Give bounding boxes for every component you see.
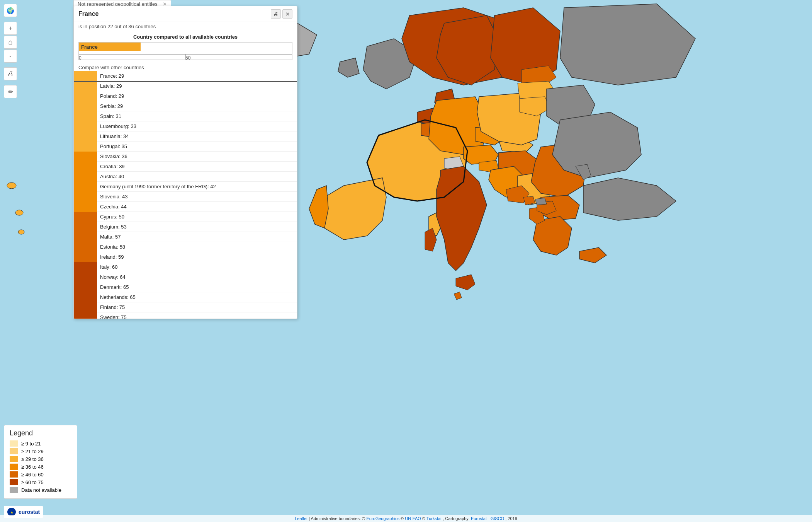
zoom-in-button[interactable]: +: [4, 22, 17, 35]
country-list-item[interactable]: Slovenia: 43: [74, 192, 297, 202]
bar-chart-wrapper: France 0 50: [78, 42, 292, 60]
leaflet-link[interactable]: Leaflet: [295, 516, 307, 521]
country-color-swatch: [74, 111, 97, 121]
attribution-text4: , Cartography:: [443, 516, 471, 521]
legend-item: ≥ 21 to 29: [10, 448, 71, 454]
legend-item-label: ≥ 29 to 36: [21, 456, 44, 462]
country-list-item[interactable]: Slovakia: 36: [74, 152, 297, 162]
country-list-item[interactable]: Poland: 29: [74, 91, 297, 101]
country-list-item[interactable]: Luxembourg: 33: [74, 121, 297, 131]
legend-item: Data not available: [10, 487, 71, 493]
popup-print-button[interactable]: 🖨: [271, 9, 281, 19]
legend-item-label: ≥ 60 to 75: [21, 479, 44, 485]
legend-item: ≥ 60 to 75: [10, 479, 71, 485]
country-list-item[interactable]: Spain: 31: [74, 111, 297, 121]
legend-color-swatch: [10, 471, 18, 478]
country-list-item[interactable]: Italy: 60: [74, 262, 297, 272]
country-name-label: Germany (until 1990 former territory of …: [97, 184, 297, 189]
country-list-item[interactable]: Netherlands: 65: [74, 292, 297, 302]
print-map-button[interactable]: 🖨: [4, 67, 17, 80]
country-list-item[interactable]: Norway: 64: [74, 272, 297, 282]
country-color-swatch: [74, 302, 97, 312]
country-list-item[interactable]: Germany (until 1990 former territory of …: [74, 182, 297, 192]
country-color-swatch: [74, 312, 97, 319]
legend-item-label: ≥ 21 to 29: [21, 449, 44, 454]
gisco-link[interactable]: Eurostat - GISCO: [471, 516, 504, 521]
country-list-item[interactable]: Malta: 57: [74, 232, 297, 242]
country-list-item[interactable]: Portugal: 35: [74, 142, 297, 152]
eurostat-label: eurostat: [19, 509, 40, 515]
country-list-item[interactable]: Estonia: 58: [74, 242, 297, 252]
legend-item-label: ≥ 36 to 46: [21, 464, 44, 470]
country-list-item[interactable]: Serbia: 29: [74, 101, 297, 111]
country-name-label: Malta: 57: [97, 234, 297, 240]
turkstat-link[interactable]: Turkstat: [426, 516, 442, 521]
svg-point-2: [15, 210, 23, 215]
legend-title: Legend: [10, 429, 71, 437]
country-color-swatch: [74, 172, 97, 182]
draw-button[interactable]: ✏: [4, 85, 17, 98]
legend-item: ≥ 46 to 60: [10, 471, 71, 478]
unfao-link[interactable]: UN-FAO: [405, 516, 421, 521]
zoom-out-button[interactable]: -: [4, 49, 17, 63]
country-color-swatch: [74, 202, 97, 212]
country-name-label: Norway: 64: [97, 274, 297, 280]
france-bar: France: [79, 43, 141, 51]
axis-50-label: 50: [185, 55, 190, 61]
legend-panel: Legend ≥ 9 to 21≥ 21 to 29≥ 29 to 36≥ 36…: [4, 425, 77, 499]
country-name-label: Lithuania: 34: [97, 133, 297, 139]
country-name-label: Croatia: 39: [97, 164, 297, 169]
country-list-item[interactable]: Denmark: 65: [74, 282, 297, 292]
home-button[interactable]: ⌂: [4, 36, 17, 49]
country-list-item[interactable]: Finland: 75: [74, 302, 297, 312]
country-color-swatch: [74, 162, 97, 172]
bar-chart-container: France: [79, 43, 292, 53]
legend-color-swatch: [10, 440, 18, 447]
legend-item-label: ≥ 9 to 21: [21, 441, 41, 447]
country-color-swatch: [74, 121, 97, 131]
country-list-item[interactable]: Czechia: 44: [74, 202, 297, 212]
svg-point-3: [18, 230, 24, 234]
country-list-item[interactable]: Cyprus: 50: [74, 212, 297, 222]
legend-color-swatch: [10, 456, 18, 462]
country-color-swatch: [74, 262, 97, 272]
legend-items: ≥ 9 to 21≥ 21 to 29≥ 29 to 36≥ 36 to 46≥…: [10, 440, 71, 493]
country-name-label: Portugal: 35: [97, 143, 297, 149]
country-name-label: Poland: 29: [97, 93, 297, 99]
country-color-swatch: [74, 272, 97, 282]
popup-close-button[interactable]: ✕: [282, 9, 292, 19]
legend-color-swatch: [10, 464, 18, 470]
country-name-label: Serbia: 29: [97, 103, 297, 109]
country-color-swatch: [74, 91, 97, 101]
country-list-item[interactable]: Austria: 40: [74, 172, 297, 182]
country-list-item[interactable]: Belgium: 53: [74, 222, 297, 232]
country-color-swatch: [74, 282, 97, 292]
country-list-item[interactable]: Croatia: 39: [74, 162, 297, 172]
popup-header-buttons: 🖨 ✕: [271, 9, 292, 19]
country-color-swatch: [74, 232, 97, 242]
country-color-swatch: [74, 71, 97, 81]
eurogeographics-link[interactable]: EuroGeographics: [366, 516, 399, 521]
country-list-item[interactable]: Sweden: 75: [74, 312, 297, 319]
country-color-swatch: [74, 182, 97, 192]
country-name-label: Slovakia: 36: [97, 154, 297, 159]
country-list[interactable]: France: 29Latvia: 29Poland: 29Serbia: 29…: [74, 71, 297, 319]
country-color-swatch: [74, 222, 97, 232]
country-list-item[interactable]: Lithuania: 34: [74, 131, 297, 142]
axis-0-label: 0: [79, 55, 82, 61]
country-name-label: Ireland: 59: [97, 254, 297, 260]
country-list-item[interactable]: Latvia: 29: [74, 81, 297, 91]
country-list-item[interactable]: Ireland: 59: [74, 252, 297, 262]
country-color-swatch: [74, 212, 97, 222]
country-color-swatch: [74, 152, 97, 162]
country-list-item[interactable]: France: 29: [74, 71, 297, 81]
country-name-label: Czechia: 44: [97, 204, 297, 210]
country-name-label: Austria: 40: [97, 174, 297, 179]
country-color-swatch: [74, 192, 97, 202]
popup-title: France: [78, 10, 99, 17]
country-color-swatch: [74, 142, 97, 152]
country-color-swatch: [74, 101, 97, 111]
globe-button[interactable]: 🌍: [4, 4, 17, 17]
country-color-swatch: [74, 252, 97, 262]
legend-color-swatch: [10, 479, 18, 485]
